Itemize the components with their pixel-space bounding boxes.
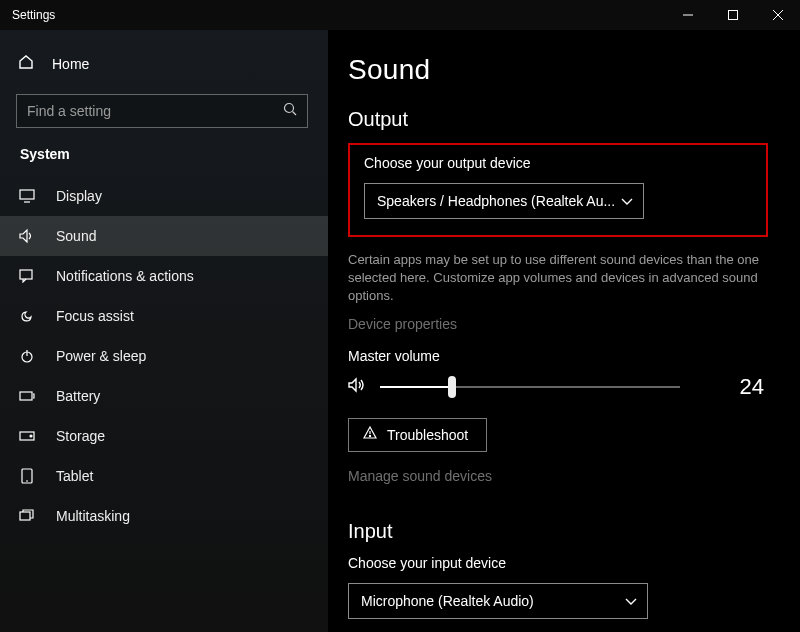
sidebar-item-label: Multitasking (56, 508, 324, 524)
multitasking-icon (18, 509, 36, 523)
sidebar-item-label: Battery (56, 388, 324, 404)
search-box[interactable] (16, 94, 308, 128)
output-device-selected: Speakers / Headphones (Realtek Au... (377, 193, 615, 209)
sidebar-item-tablet[interactable]: Tablet (0, 456, 328, 496)
sidebar-item-label: Notifications & actions (56, 268, 324, 284)
manage-sound-devices-link[interactable]: Manage sound devices (348, 468, 768, 484)
sidebar-item-notifications[interactable]: Notifications & actions (0, 256, 328, 296)
minimize-icon (683, 10, 693, 20)
page-title: Sound (348, 54, 768, 86)
input-section: Input Choose your input device Microphon… (348, 520, 768, 619)
svg-rect-2 (20, 190, 34, 199)
minimize-button[interactable] (665, 0, 710, 30)
output-heading: Output (348, 108, 768, 131)
svg-rect-0 (728, 11, 737, 20)
titlebar: Settings (0, 0, 800, 30)
search-icon (283, 102, 297, 120)
svg-rect-9 (20, 512, 30, 520)
sidebar-item-focus-assist[interactable]: Focus assist (0, 296, 328, 336)
sidebar-inner: Home System (0, 46, 328, 162)
sidebar-item-label: Storage (56, 428, 324, 444)
troubleshoot-button[interactable]: Troubleshoot (348, 418, 487, 452)
close-icon (773, 10, 783, 20)
svg-point-10 (369, 435, 370, 436)
tablet-icon (18, 468, 36, 484)
window-body: Home System Display (0, 30, 800, 632)
chevron-down-icon (621, 193, 633, 209)
sound-icon (18, 229, 36, 243)
home-button[interactable]: Home (12, 46, 312, 82)
battery-icon (18, 391, 36, 401)
sidebar-item-label: Focus assist (56, 308, 324, 324)
input-device-label: Choose your input device (348, 555, 768, 571)
main-panel: Sound Output Choose your output device S… (328, 30, 800, 632)
maximize-button[interactable] (710, 0, 755, 30)
focus-assist-icon (18, 308, 36, 324)
sidebar-item-multitasking[interactable]: Multitasking (0, 496, 328, 536)
sidebar-item-label: Display (56, 188, 324, 204)
window-controls (665, 0, 800, 30)
search-input[interactable] (27, 103, 283, 119)
troubleshoot-label: Troubleshoot (387, 427, 468, 443)
sidebar-item-label: Power & sleep (56, 348, 324, 364)
output-device-highlight: Choose your output device Speakers / Hea… (348, 143, 768, 237)
sidebar-item-label: Sound (56, 228, 324, 244)
output-helper-text: Certain apps may be set up to use differ… (348, 251, 768, 306)
input-heading: Input (348, 520, 768, 543)
home-icon (18, 54, 34, 74)
svg-point-7 (30, 435, 32, 437)
close-button[interactable] (755, 0, 800, 30)
sidebar-nav: Display Sound Notifications & actions (0, 176, 328, 536)
svg-rect-3 (20, 270, 32, 279)
system-heading: System (20, 146, 308, 162)
slider-thumb[interactable] (448, 376, 456, 398)
output-device-dropdown[interactable]: Speakers / Headphones (Realtek Au... (364, 183, 644, 219)
sidebar-item-label: Tablet (56, 468, 324, 484)
window-title: Settings (12, 8, 55, 22)
storage-icon (18, 431, 36, 441)
maximize-icon (728, 10, 738, 20)
slider-fill (380, 386, 452, 388)
display-icon (18, 189, 36, 203)
volume-slider[interactable] (380, 375, 680, 399)
sidebar-item-storage[interactable]: Storage (0, 416, 328, 456)
volume-row: 24 (348, 374, 768, 400)
output-device-label: Choose your output device (364, 155, 752, 171)
chevron-down-icon (625, 593, 637, 609)
settings-window: Settings Home (0, 0, 800, 632)
device-properties-link[interactable]: Device properties (348, 316, 768, 332)
power-icon (18, 349, 36, 363)
svg-rect-5 (20, 392, 32, 400)
input-device-selected: Microphone (Realtek Audio) (361, 593, 534, 609)
notifications-icon (18, 269, 36, 283)
sidebar-item-battery[interactable]: Battery (0, 376, 328, 416)
volume-icon[interactable] (348, 377, 366, 397)
sidebar-item-power-sleep[interactable]: Power & sleep (0, 336, 328, 376)
input-device-dropdown[interactable]: Microphone (Realtek Audio) (348, 583, 648, 619)
master-volume-label: Master volume (348, 348, 768, 364)
sidebar-item-display[interactable]: Display (0, 176, 328, 216)
home-label: Home (52, 56, 89, 72)
sidebar-item-sound[interactable]: Sound (0, 216, 328, 256)
sidebar: Home System Display (0, 30, 328, 632)
volume-value: 24 (740, 374, 768, 400)
svg-point-1 (285, 104, 294, 113)
warning-icon (363, 426, 377, 443)
